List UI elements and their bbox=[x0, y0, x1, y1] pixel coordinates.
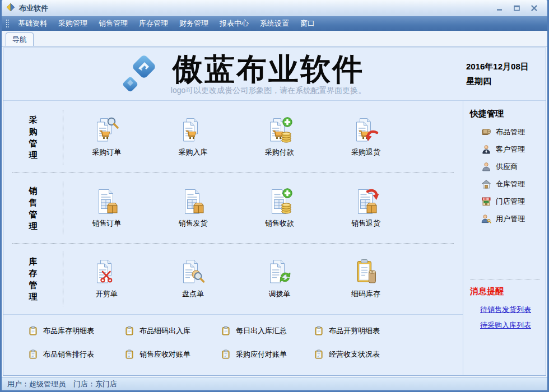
status-store: 门店：东门店 bbox=[73, 379, 117, 389]
workspace: 导航 bbox=[2, 31, 547, 390]
maximize-button[interactable] bbox=[513, 4, 521, 12]
section-label: 库存管理 bbox=[3, 255, 63, 302]
shortcut-label: 采购退货 bbox=[351, 147, 380, 157]
sidebar-item-label: 供应商 bbox=[496, 162, 518, 172]
menu-item[interactable]: 财务管理 bbox=[174, 16, 214, 31]
report-icon bbox=[124, 326, 134, 336]
menu: 基础资料采购管理销售管理库存管理财务管理报表中心系统设置窗口 bbox=[12, 16, 320, 31]
report-icon bbox=[221, 326, 231, 336]
sidebar-item-supplier[interactable]: 供应商 bbox=[481, 161, 541, 173]
purchase-return-icon bbox=[352, 117, 379, 144]
sidebar-item-customer[interactable]: 客户管理 bbox=[481, 143, 541, 156]
report-link[interactable]: 布品开剪明细表 bbox=[314, 323, 463, 339]
shortcut-purchase-return[interactable]: 采购退货 bbox=[323, 117, 409, 157]
shortcut-purchase-pay[interactable]: 采购付款 bbox=[236, 117, 323, 157]
report-icon bbox=[124, 349, 134, 360]
section-sales: 销售管理销售订单销售发货销售收款销售退货 bbox=[3, 173, 463, 244]
report-link[interactable]: 布品细码出入库 bbox=[124, 323, 221, 339]
user-icon bbox=[481, 214, 491, 224]
report-icon bbox=[314, 326, 324, 336]
report-link[interactable]: 经营收支状况表 bbox=[314, 346, 463, 363]
logo-block: 傲蓝布业软件 logo可以更改成贵公司形象图，请在系统配置界面更换。 bbox=[3, 48, 460, 100]
sales-ship-icon bbox=[179, 188, 206, 215]
shortcut-label: 细码库存 bbox=[351, 289, 380, 299]
fabric-icon bbox=[481, 127, 491, 137]
sidebar-item-label: 用户管理 bbox=[496, 214, 525, 224]
report-label: 布品销售排行表 bbox=[43, 349, 94, 360]
quick-manage-title: 快捷管理 bbox=[470, 109, 541, 119]
message-links: 待销售发货列表待采购入库列表 bbox=[480, 305, 541, 330]
report-link[interactable]: 布品库存明细表 bbox=[28, 323, 124, 339]
menu-item[interactable]: 基础资料 bbox=[12, 16, 53, 31]
shortcut-label: 销售退货 bbox=[351, 218, 380, 228]
shortcut-label: 销售收款 bbox=[265, 218, 294, 228]
menubar: 基础资料采购管理销售管理库存管理财务管理报表中心系统设置窗口 bbox=[2, 16, 547, 31]
menu-item[interactable]: 窗口 bbox=[295, 16, 320, 31]
shortcut-transfer[interactable]: 调拨单 bbox=[236, 259, 323, 299]
report-icon bbox=[314, 349, 324, 360]
sidebar-item-store[interactable]: 门店管理 bbox=[481, 195, 541, 208]
section-purchase: 采购管理采购订单采购入库采购付款采购退货 bbox=[3, 102, 463, 172]
shortcut-label: 采购入库 bbox=[178, 147, 207, 157]
menu-item[interactable]: 系统设置 bbox=[254, 16, 295, 31]
report-label: 布品库存明细表 bbox=[43, 326, 94, 336]
sku-stock-icon bbox=[352, 259, 379, 286]
window-controls bbox=[495, 4, 538, 12]
shortcut-purchase-in[interactable]: 采购入库 bbox=[150, 117, 236, 157]
report-link[interactable]: 布品销售排行表 bbox=[28, 346, 124, 363]
transfer-icon bbox=[266, 259, 293, 286]
menubar-grip-icon bbox=[6, 19, 9, 28]
shortcut-stocktake[interactable]: 盘点单 bbox=[150, 259, 236, 299]
report-label: 销售应收对账单 bbox=[139, 349, 190, 360]
shortcut-grid: 采购订单采购入库采购付款采购退货 bbox=[63, 117, 463, 157]
shortcut-purchase-order[interactable]: 采购订单 bbox=[63, 117, 150, 157]
store-icon bbox=[481, 197, 491, 207]
message-alert-title: 消息提醒 bbox=[470, 286, 541, 297]
section-inventory: 库存管理开剪单盘点单调拨单细码库存 bbox=[3, 244, 463, 314]
menu-item[interactable]: 报表中心 bbox=[214, 16, 254, 31]
menu-item[interactable]: 采购管理 bbox=[53, 16, 93, 31]
shortcut-label: 盘点单 bbox=[182, 289, 204, 299]
purchase-pay-icon bbox=[266, 117, 293, 144]
report-icon bbox=[28, 349, 38, 360]
logo-text: 傲蓝布业软件 logo可以更改成贵公司形象图，请在系统配置界面更换。 bbox=[171, 53, 366, 96]
report-label: 采购应付对账单 bbox=[236, 349, 287, 360]
customer-icon bbox=[481, 144, 491, 155]
shortcut-label: 采购订单 bbox=[92, 147, 121, 157]
message-link[interactable]: 待销售发货列表 bbox=[480, 305, 541, 315]
shortcut-label: 销售订单 bbox=[92, 218, 121, 228]
report-label: 经营收支状况表 bbox=[329, 349, 380, 360]
statusbar: 用户：超级管理员 门店：东门店 bbox=[2, 377, 547, 390]
header: 傲蓝布业软件 logo可以更改成贵公司形象图，请在系统配置界面更换。 2016年… bbox=[3, 48, 546, 101]
sidebar: 快捷管理 布品管理客户管理供应商仓库管理门店管理用户管理 消息提醒 待销售发货列… bbox=[463, 101, 546, 375]
sales-receipt-icon bbox=[266, 188, 293, 215]
section-label: 销售管理 bbox=[3, 185, 63, 232]
shortcut-sku-stock[interactable]: 细码库存 bbox=[323, 259, 409, 299]
report-link[interactable]: 每日出入库汇总 bbox=[221, 323, 314, 339]
sidebar-item-label: 仓库管理 bbox=[496, 179, 525, 189]
sidebar-item-user[interactable]: 用户管理 bbox=[481, 213, 541, 225]
sidebar-item-warehouse[interactable]: 仓库管理 bbox=[481, 178, 541, 190]
shortcut-sales-order[interactable]: 销售订单 bbox=[63, 188, 150, 228]
shortcut-sales-return[interactable]: 销售退货 bbox=[323, 188, 409, 228]
shortcut-grid: 开剪单盘点单调拨单细码库存 bbox=[63, 259, 463, 299]
app-window: 布业软件 基础资料采购管理销售管理库存管理财务管理报表中心系统设置窗口 导航 bbox=[0, 0, 549, 392]
tab-navigation[interactable]: 导航 bbox=[6, 32, 34, 46]
message-link[interactable]: 待采购入库列表 bbox=[480, 320, 541, 330]
report-link[interactable]: 销售应收对账单 bbox=[124, 346, 221, 363]
close-button[interactable] bbox=[530, 4, 538, 12]
shortcut-label: 调拨单 bbox=[268, 289, 290, 299]
report-link[interactable]: 采购应付对账单 bbox=[221, 346, 314, 363]
shortcut-sales-receipt[interactable]: 销售收款 bbox=[236, 188, 323, 228]
minimize-button[interactable] bbox=[495, 4, 504, 12]
sections: 采购管理采购订单采购入库采购付款采购退货销售管理销售订单销售发货销售收款销售退货… bbox=[3, 101, 463, 314]
menu-item[interactable]: 库存管理 bbox=[133, 16, 174, 31]
report-icon bbox=[28, 326, 38, 336]
shortcut-sales-ship[interactable]: 销售发货 bbox=[150, 188, 236, 228]
sidebar-item-fabric[interactable]: 布品管理 bbox=[481, 126, 541, 138]
supplier-icon bbox=[481, 162, 491, 172]
menu-item[interactable]: 销售管理 bbox=[93, 16, 133, 31]
shortcut-cut-note[interactable]: 开剪单 bbox=[63, 259, 150, 299]
status-user: 用户：超级管理员 bbox=[7, 379, 66, 389]
app-title: 傲蓝布业软件 bbox=[173, 53, 364, 85]
